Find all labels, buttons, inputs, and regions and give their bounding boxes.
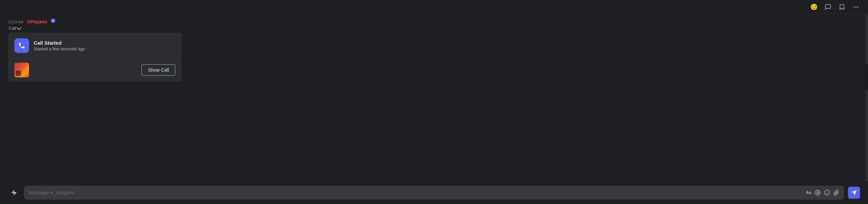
message-bar: Aa <box>0 181 868 204</box>
more-icon[interactable] <box>852 3 860 11</box>
reaction-icon[interactable] <box>824 3 832 11</box>
call-started-row: Call Started Started a few seconds ago <box>8 33 181 59</box>
call-label[interactable]: Call <box>9 26 860 31</box>
svg-point-0 <box>854 6 855 7</box>
call-started-subtitle: Started a few seconds ago <box>34 46 85 51</box>
call-phone-icon-wrap <box>14 38 29 53</box>
verified-icon <box>51 18 56 23</box>
emoji-icon[interactable]: 😊 <box>810 3 818 11</box>
phone-icon <box>18 42 25 49</box>
message-header: 10:34 AM ishigami <box>8 18 860 24</box>
call-label-text: Call <box>9 26 16 31</box>
input-right-icons: Aa <box>806 190 839 196</box>
emoji-input-icon[interactable] <box>824 190 830 196</box>
message-input-box: Aa <box>24 186 844 200</box>
show-call-row: Show Call <box>8 59 181 81</box>
message-timestamp: 10:34 AM <box>8 20 23 24</box>
bookmark-icon[interactable] <box>838 3 846 11</box>
message: 10:34 AM ishigami Call <box>8 18 860 82</box>
message-input[interactable] <box>29 190 806 195</box>
call-embed: Call Started Started a few seconds ago S… <box>8 33 182 82</box>
svg-point-2 <box>857 6 858 7</box>
username: ishigami <box>27 19 47 24</box>
svg-point-4 <box>816 192 818 194</box>
call-started-title: Call Started <box>34 40 85 46</box>
call-info-text: Call Started Started a few seconds ago <box>34 40 85 51</box>
send-button[interactable] <box>848 187 860 199</box>
thumb-art <box>14 63 29 77</box>
mention-icon[interactable] <box>814 190 820 196</box>
aa-button[interactable]: Aa <box>806 190 811 195</box>
scrollbar-thumb[interactable] <box>865 64 868 91</box>
chat-area: 10:34 AM ishigami Call <box>0 14 868 181</box>
svg-point-5 <box>825 190 830 195</box>
scrollbar-track[interactable] <box>865 14 868 181</box>
show-call-button[interactable]: Show Call <box>142 64 175 76</box>
svg-point-1 <box>855 6 856 7</box>
call-thumbnail <box>14 63 29 77</box>
attach-icon[interactable] <box>833 190 839 196</box>
bolt-icon[interactable] <box>8 187 20 199</box>
chevron-down-icon <box>17 25 21 30</box>
top-toolbar: 😊 <box>0 0 868 14</box>
